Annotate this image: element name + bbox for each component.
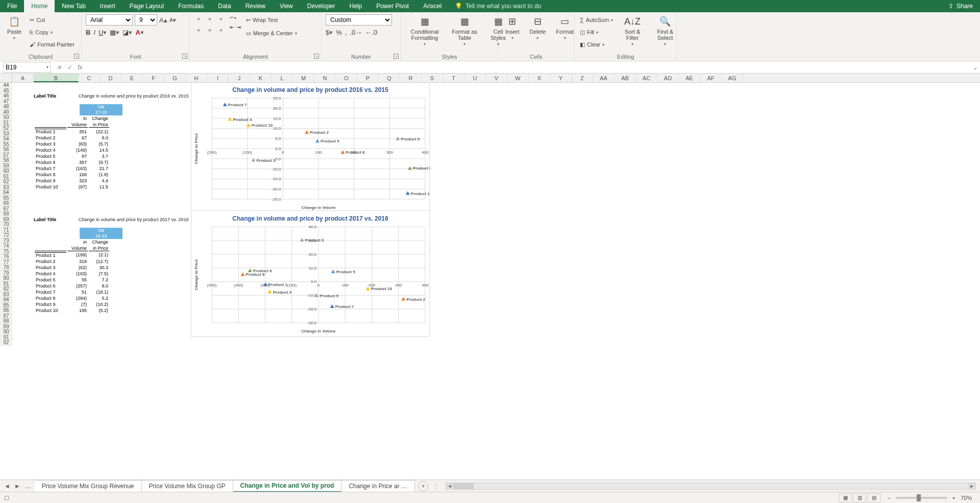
column-header[interactable]: H <box>186 74 207 82</box>
row-header[interactable]: 78 <box>0 265 12 271</box>
row-header[interactable]: 52 <box>0 126 12 131</box>
find-select-button[interactable]: 🔍Find & Select▾ <box>651 14 679 47</box>
increase-indent-icon[interactable]: ⇥ <box>236 24 241 31</box>
bold-button[interactable]: B <box>86 29 90 36</box>
fill-button[interactable]: ◫Fill▾ <box>579 27 614 38</box>
column-header[interactable]: E <box>121 74 143 82</box>
align-right-icon[interactable]: ≡ <box>216 26 226 35</box>
italic-button[interactable]: I <box>93 29 95 36</box>
format-painter-button[interactable]: 🖌Format Painter <box>29 39 76 50</box>
dialog-launcher-icon[interactable]: ↘ <box>314 54 319 59</box>
enter-formula-icon[interactable]: ✓ <box>67 64 72 71</box>
row-header[interactable]: 56 <box>0 147 12 153</box>
align-left-icon[interactable]: ≡ <box>194 26 203 35</box>
row-header[interactable]: 88 <box>0 319 12 324</box>
column-header[interactable]: B <box>34 74 79 82</box>
align-bottom-icon[interactable]: ≡ <box>216 14 226 23</box>
column-header[interactable]: Y <box>550 74 572 82</box>
row-header[interactable]: 44 <box>0 83 12 88</box>
decrease-decimal-icon[interactable]: ←.0 <box>365 29 377 36</box>
dialog-launcher-icon[interactable]: ↘ <box>394 54 399 59</box>
column-header[interactable]: AC <box>636 74 657 82</box>
tab-view[interactable]: View <box>273 0 300 12</box>
autosum-button[interactable]: ∑AutoSum▾ <box>579 14 614 26</box>
tab-new-tab[interactable]: New Tab <box>55 0 92 12</box>
underline-button[interactable]: U▾ <box>99 29 107 36</box>
row-header[interactable]: 62 <box>0 179 12 185</box>
cells-delete-button[interactable]: ⊟Delete▾ <box>527 14 549 41</box>
column-header[interactable]: Z <box>572 74 593 82</box>
column-header[interactable]: AF <box>700 74 722 82</box>
scroll-right-icon[interactable]: ► <box>968 483 975 489</box>
currency-button[interactable]: $▾ <box>326 29 333 36</box>
record-macro-icon[interactable]: ▢ <box>4 494 9 501</box>
increase-font-icon[interactable]: A▴ <box>159 16 167 24</box>
fill-color-button[interactable]: ◪▾ <box>122 29 132 36</box>
border-button[interactable]: ▦▾ <box>110 29 119 36</box>
column-header[interactable]: U <box>464 74 486 82</box>
fx-icon[interactable]: fx <box>78 64 82 71</box>
column-header[interactable]: F <box>143 74 164 82</box>
column-header[interactable]: O <box>336 74 357 82</box>
sheet-nav-next-icon[interactable]: ► <box>14 483 20 490</box>
horizontal-scrollbar[interactable]: ◄ ► <box>446 483 976 490</box>
column-header[interactable]: K <box>250 74 272 82</box>
column-header[interactable]: R <box>400 74 422 82</box>
tab-review[interactable]: Review <box>238 0 273 12</box>
column-header[interactable]: S <box>422 74 443 82</box>
sheet-nav-more-icon[interactable]: … <box>24 483 31 490</box>
column-header[interactable]: A <box>12 74 34 82</box>
wrap-text-button[interactable]: ↩Wrap Text <box>245 14 298 26</box>
column-header[interactable]: M <box>293 74 314 82</box>
column-header[interactable]: X <box>529 74 550 82</box>
row-header[interactable]: 54 <box>0 136 12 142</box>
column-header[interactable]: AG <box>722 74 743 82</box>
orientation-button[interactable]: ⤺▾ <box>230 14 241 21</box>
column-header[interactable]: G <box>164 74 186 82</box>
tab-file[interactable]: File <box>0 0 24 12</box>
zoom-out-button[interactable]: − <box>888 495 891 501</box>
column-header[interactable]: P <box>357 74 379 82</box>
cells-insert-button[interactable]: ⊞Insert▾ <box>502 14 523 41</box>
copy-button[interactable]: ⎘Copy▾ <box>29 27 76 38</box>
column-header[interactable]: W <box>507 74 529 82</box>
column-header[interactable]: V <box>486 74 507 82</box>
decrease-font-icon[interactable]: A▾ <box>169 17 176 23</box>
row-header[interactable]: 92 <box>0 340 12 346</box>
sheet-tab[interactable]: Price Volume Mix Group GP <box>142 480 233 492</box>
column-header[interactable]: N <box>314 74 336 82</box>
row-header[interactable]: 76 <box>0 254 12 260</box>
column-header[interactable]: AA <box>593 74 615 82</box>
font-color-button[interactable]: A▾ <box>135 29 143 36</box>
row-header[interactable]: 86 <box>0 308 12 314</box>
row-header[interactable]: 66 <box>0 201 12 206</box>
cancel-formula-icon[interactable]: ✕ <box>57 64 62 71</box>
conditional-formatting-button[interactable]: ▦Conditional Formatting▾ <box>405 14 444 47</box>
font-size-select[interactable]: 9 <box>135 14 157 26</box>
normal-view-button[interactable]: ▦ <box>839 493 852 502</box>
column-header[interactable]: Q <box>379 74 400 82</box>
column-header[interactable]: J <box>229 74 250 82</box>
tab-arixcel[interactable]: Arixcel <box>416 0 449 12</box>
scrollbar-thumb[interactable] <box>453 483 474 489</box>
row-header[interactable]: 90 <box>0 329 12 335</box>
tab-home[interactable]: Home <box>24 0 55 12</box>
row-header[interactable]: 58 <box>0 158 12 163</box>
row-header[interactable]: 64 <box>0 190 12 196</box>
row-header[interactable]: 50 <box>0 115 12 121</box>
tell-me-search[interactable]: 💡Tell me what you want to do <box>449 0 547 12</box>
select-all-corner[interactable] <box>0 74 12 83</box>
scatter-chart[interactable]: Change in volume and price by product 20… <box>191 83 430 213</box>
align-center-icon[interactable]: ≡ <box>205 26 214 35</box>
tab-power-pivot[interactable]: Power Pivot <box>369 0 416 12</box>
sheet-tab[interactable]: Price Volume Mix Group Revenue <box>35 480 142 492</box>
clear-button[interactable]: ◧Clear▾ <box>579 39 614 50</box>
paste-button[interactable]: 📋 Paste ▾ <box>4 14 24 41</box>
tab-help[interactable]: Help <box>342 0 369 12</box>
row-header[interactable]: 48 <box>0 104 12 110</box>
zoom-thumb[interactable] <box>917 494 921 501</box>
zoom-slider[interactable] <box>896 497 947 499</box>
align-top-icon[interactable]: ≡ <box>194 14 203 23</box>
column-header[interactable]: L <box>272 74 293 82</box>
zoom-in-button[interactable]: + <box>952 495 955 501</box>
